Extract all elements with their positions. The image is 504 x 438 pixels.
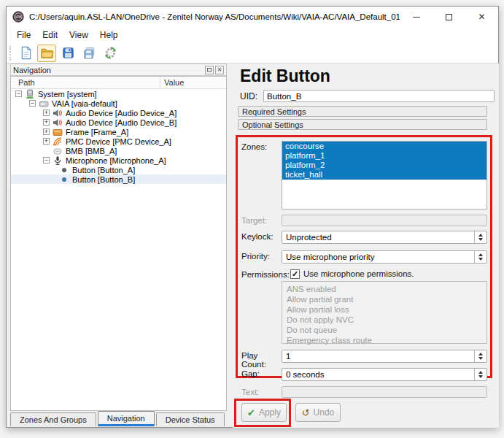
tree-row-button-a[interactable]: Button [Button_A]: [11, 165, 226, 174]
play-count-spinner[interactable]: 1: [282, 350, 487, 363]
dock-close-icon: ✕: [217, 67, 222, 73]
zone-item[interactable]: ticket_hall: [282, 170, 486, 180]
collapse-icon[interactable]: −: [15, 91, 22, 97]
keylock-label: Keylock:: [241, 231, 282, 244]
tree-label: Audio Device [Audio Device_B]: [66, 118, 177, 127]
tree-row-pmc[interactable]: + PMC Device [PMC Device_A]: [11, 137, 226, 146]
section-optional-settings[interactable]: Optional Settings: [238, 119, 487, 130]
close-icon: ✕: [478, 12, 485, 22]
save-copy-button[interactable]: [80, 45, 98, 62]
vaia-device-icon: [39, 99, 49, 109]
zones-list[interactable]: concourse platform_1 platform_2 ticket_h…: [282, 141, 487, 210]
gap-value: 0 seconds: [282, 370, 474, 379]
minimize-icon: [413, 17, 420, 18]
permissions-label: Permissions:: [241, 269, 290, 279]
text-input: [282, 386, 487, 398]
tab-device-status[interactable]: Device Status: [156, 412, 225, 426]
tree-row-button-b[interactable]: Button [Button_B]: [11, 174, 226, 184]
expand-icon[interactable]: +: [43, 128, 50, 135]
zone-item[interactable]: platform_1: [282, 151, 486, 161]
tree-row-audio-a[interactable]: + Audio Device [Audio Device_A]: [11, 108, 226, 118]
undo-arrow-icon: ↺: [302, 408, 310, 418]
collapse-icon[interactable]: −: [29, 100, 36, 107]
dock-float-button[interactable]: [205, 66, 214, 74]
window-title: C:/Users/aquin.ASL-LAN/OneDrive - Zenite…: [29, 12, 400, 21]
play-count-label: Play Count:: [241, 350, 282, 369]
dock-tab-bar: Zones And Groups Navigation Device Statu…: [10, 411, 226, 426]
gap-label: Gap:: [241, 368, 282, 381]
tree-label: VAIA [vaia-default]: [52, 99, 117, 108]
tree-row-frame[interactable]: + Frame [Frame_A]: [11, 127, 226, 137]
reload-icon: [104, 46, 117, 60]
dock-close-button[interactable]: ✕: [215, 66, 224, 74]
page-title: Edit Button: [240, 66, 330, 86]
menu-view[interactable]: View: [63, 28, 94, 42]
maximize-icon: [446, 14, 452, 20]
save-file-button[interactable]: [58, 45, 77, 62]
tree-row-microphone[interactable]: − Microphone [Microphone_A]: [11, 155, 226, 165]
menu-help[interactable]: Help: [94, 28, 124, 42]
permission-option: Do not apply NVC: [287, 315, 482, 325]
maximize-button[interactable]: [433, 7, 465, 27]
button-dot-icon: [62, 177, 66, 182]
tree-label: Microphone [Microphone_A]: [66, 156, 166, 165]
target-label: Target:: [241, 215, 282, 226]
checkmark-icon: ✓: [292, 269, 298, 278]
apply-button-label: Apply: [259, 407, 281, 418]
expand-icon[interactable]: +: [43, 110, 50, 116]
reload-button[interactable]: [101, 45, 120, 62]
save-copy-icon: [82, 46, 96, 60]
permissions-list: ANS enabled Allow partial grant Allow pa…: [282, 281, 487, 344]
undo-button[interactable]: ↺ Undo: [295, 403, 341, 422]
title-bar: VPA C:/Users/aquin.ASL-LAN/OneDrive - Ze…: [7, 7, 498, 27]
close-button[interactable]: ✕: [465, 7, 498, 27]
microphone-icon: [53, 155, 63, 166]
permission-option: ANS enabled: [287, 284, 482, 294]
gap-select[interactable]: 0 seconds: [282, 368, 487, 381]
tree-label: System [system]: [38, 90, 97, 99]
column-path[interactable]: Path: [11, 77, 160, 88]
new-file-button[interactable]: [16, 45, 35, 62]
spinner-arrows-icon[interactable]: [474, 369, 486, 380]
keylock-select[interactable]: Unprotected: [282, 231, 487, 244]
spinner-arrows-icon[interactable]: [474, 251, 486, 263]
tab-zones-and-groups[interactable]: Zones And Groups: [10, 412, 96, 426]
permission-option: Allow partial grant: [287, 294, 482, 304]
apply-button[interactable]: ✔ Apply: [241, 403, 287, 422]
expand-icon[interactable]: +: [43, 138, 50, 145]
uid-input[interactable]: [263, 90, 495, 102]
apply-check-icon: ✔: [247, 408, 255, 418]
tree-row-bmb[interactable]: BMB [BMB_A]: [11, 146, 226, 155]
menu-file[interactable]: File: [11, 28, 36, 42]
tree-row-system[interactable]: − System [system]: [11, 89, 226, 99]
tree-row-audio-b[interactable]: + Audio Device [Audio Device_B]: [11, 118, 226, 127]
menu-edit[interactable]: Edit: [36, 28, 63, 42]
section-required-settings[interactable]: Required Settings: [238, 106, 487, 117]
collapse-icon[interactable]: −: [43, 157, 50, 164]
permissions-checkbox-label[interactable]: Use microphone permissions.: [303, 269, 414, 278]
expand-icon[interactable]: +: [43, 119, 50, 126]
tree-label: Button [Button_B]: [72, 175, 135, 184]
permission-option: Allow partial loss: [287, 304, 482, 315]
toolbar-grip[interactable]: [9, 46, 12, 61]
button-dot-icon: [62, 168, 66, 172]
priority-select[interactable]: Use microphone priority: [282, 250, 487, 264]
column-value[interactable]: Value: [160, 77, 226, 88]
zone-item[interactable]: platform_2: [282, 161, 486, 170]
tree-label: BMB [BMB_A]: [66, 147, 117, 155]
permissions-checkbox[interactable]: ✓: [290, 269, 300, 279]
tree-row-vaia[interactable]: − VAIA [vaia-default]: [11, 99, 226, 108]
open-folder-icon: [40, 46, 54, 60]
edit-button-panel: Edit Button UID: Required Settings Optio…: [233, 64, 499, 428]
permission-option: Emergency class route: [287, 335, 482, 345]
zone-item[interactable]: concourse: [282, 142, 486, 151]
play-count-value: 1: [282, 352, 474, 361]
app-icon: VPA: [12, 11, 24, 23]
spinner-arrows-icon[interactable]: [474, 350, 486, 362]
tab-navigation[interactable]: Navigation: [98, 411, 155, 426]
navigation-panel-titlebar: Navigation ✕: [10, 64, 227, 76]
open-file-button[interactable]: [37, 45, 56, 62]
minimize-button[interactable]: [400, 7, 433, 27]
bmb-icon: [53, 146, 63, 156]
spinner-arrows-icon[interactable]: [474, 231, 486, 243]
